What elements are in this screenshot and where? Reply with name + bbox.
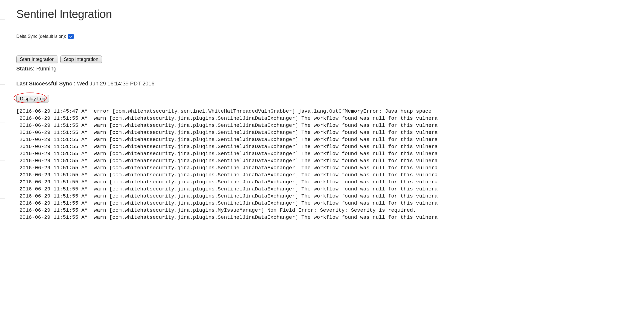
status-label: Status: — [16, 66, 35, 72]
log-line: 2016-06-29 11:51:55 AM warn [com.whiteha… — [16, 214, 644, 221]
page-title: Sentinel Integration — [16, 8, 644, 21]
start-integration-button[interactable]: Start Integration — [16, 55, 58, 63]
log-line: 2016-06-29 11:51:55 AM warn [com.whiteha… — [16, 207, 644, 214]
page-gutter — [0, 0, 5, 221]
last-sync-label: Last Successful Sync : — [16, 81, 76, 87]
log-line: 2016-06-29 11:51:55 AM warn [com.whiteha… — [16, 143, 644, 150]
log-line: 2016-06-29 11:51:55 AM warn [com.whiteha… — [16, 200, 644, 207]
status-value: Running — [36, 66, 57, 72]
stop-integration-button[interactable]: Stop Integration — [60, 55, 102, 63]
log-line: 2016-06-29 11:51:55 AM warn [com.whiteha… — [16, 129, 644, 136]
log-line: 2016-06-29 11:51:55 AM warn [com.whiteha… — [16, 186, 644, 193]
delta-sync-label: Delta Sync (default is on): — [16, 34, 66, 39]
log-line: 2016-06-29 11:51:55 AM warn [com.whiteha… — [16, 164, 644, 171]
log-line: 2016-06-29 11:51:55 AM warn [com.whiteha… — [16, 150, 644, 157]
log-line: 2016-06-29 11:51:55 AM warn [com.whiteha… — [16, 157, 644, 164]
log-line: 2016-06-29 11:51:55 AM warn [com.whiteha… — [16, 171, 644, 178]
log-line: [2016-06-29 11:45:47 AM error [com.white… — [16, 108, 644, 115]
delta-sync-checkbox[interactable] — [68, 34, 74, 39]
log-line: 2016-06-29 11:51:55 AM warn [com.whiteha… — [16, 115, 644, 122]
log-line: 2016-06-29 11:51:55 AM warn [com.whiteha… — [16, 193, 644, 200]
log-line: 2016-06-29 11:51:55 AM warn [com.whiteha… — [16, 122, 644, 129]
log-output: [2016-06-29 11:45:47 AM error [com.white… — [16, 108, 644, 221]
log-line: 2016-06-29 11:51:55 AM warn [com.whiteha… — [16, 136, 644, 143]
log-line: 2016-06-29 11:51:55 AM warn [com.whiteha… — [16, 178, 644, 186]
last-sync-value: Wed Jun 29 16:14:39 PDT 2016 — [77, 81, 154, 87]
display-log-button[interactable]: Display Log — [16, 95, 49, 103]
check-icon — [69, 35, 73, 38]
